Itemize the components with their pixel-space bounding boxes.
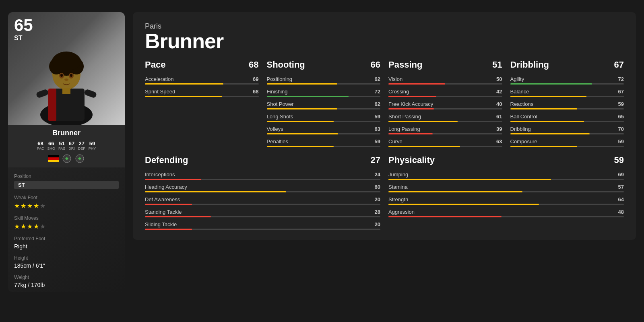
category-name-passing: Passing <box>388 60 422 70</box>
top-stats-grid: Pace68Acceleration69Sprint Speed68Shooti… <box>145 60 624 147</box>
stat-row-shooting-3: Long Shots59 <box>267 114 381 122</box>
stat-row-passing-1: Crossing42 <box>388 89 502 97</box>
category-score-defending: 27 <box>371 155 380 165</box>
stat-bar-bg-physicality-2 <box>388 204 624 205</box>
stat-value-physicality-3: 48 <box>618 209 624 215</box>
stat-value-dribbling-1: 67 <box>618 89 624 95</box>
stat-value-shooting-3: 59 <box>375 114 380 120</box>
stat-bar-bg-pace-1 <box>145 96 259 97</box>
stat-value-physicality-1: 57 <box>618 184 624 190</box>
stat-row-defending-2: Def Awareness20 <box>145 196 380 205</box>
stat-bar-bg-passing-2 <box>388 108 502 109</box>
card-position: ST <box>14 35 22 42</box>
stat-label-row-pace-0: Acceleration69 <box>145 76 259 82</box>
category-header-dribbling: Dribbling67 <box>510 60 624 70</box>
stat-label-row-passing-5: Curve63 <box>388 138 502 144</box>
stat-label-row-passing-4: Long Passing39 <box>388 126 502 132</box>
stat-row-dribbling-2: Reactions59 <box>510 101 624 109</box>
stat-row-physicality-1: Stamina57 <box>388 184 624 192</box>
stat-row-shooting-5: Penalties59 <box>267 138 381 147</box>
stat-row-dribbling-0: Agility72 <box>510 76 624 85</box>
stat-bar-bg-shooting-3 <box>267 121 381 122</box>
stat-name-passing-1: Crossing <box>388 89 409 95</box>
stat-name-dribbling-5: Composure <box>510 138 537 144</box>
position-group: Position ST <box>14 173 119 189</box>
stat-row-passing-2: Free Kick Accuracy40 <box>388 101 502 109</box>
stat-value-defending-0: 24 <box>375 171 380 178</box>
stat-label-row-physicality-1: Stamina57 <box>388 184 624 190</box>
stat-name-dribbling-2: Reactions <box>510 101 534 107</box>
stat-bar-bg-dribbling-0 <box>510 83 624 85</box>
weight-group: Weight 77kg / 170lb <box>14 275 119 288</box>
stat-label-row-physicality-0: Jumping69 <box>388 171 624 178</box>
stat-label-row-physicality-3: Aggression48 <box>388 209 624 215</box>
position-badge: ST <box>14 181 119 189</box>
stat-value-defending-3: 28 <box>375 209 380 215</box>
skill-icon-1 <box>62 154 72 163</box>
stat-row-physicality-3: Aggression48 <box>388 209 624 217</box>
category-score-passing: 51 <box>492 60 502 70</box>
stats-panel: Paris Brunner Pace68Acceleration69Sprint… <box>133 12 636 240</box>
stat-label-row-passing-2: Free Kick Accuracy40 <box>388 101 502 107</box>
stat-value-dribbling-0: 72 <box>618 76 624 82</box>
svg-rect-15 <box>84 89 97 98</box>
bottom-stats-grid: Defending27Interceptions24Heading Accura… <box>145 155 624 230</box>
stat-bar-fill-shooting-0 <box>267 83 337 85</box>
stat-bar-bg-defending-1 <box>145 191 380 192</box>
stat-row-defending-0: Interceptions24 <box>145 171 380 180</box>
category-score-physicality: 59 <box>614 155 624 165</box>
stat-bar-bg-defending-0 <box>145 179 380 180</box>
stat-value-passing-0: 50 <box>496 76 502 82</box>
category-header-pace: Pace68 <box>145 60 259 70</box>
stat-row-defending-4: Sliding Tackle20 <box>145 221 380 230</box>
category-name-shooting: Shooting <box>267 60 305 70</box>
stat-row-passing-3: Short Passing61 <box>388 114 502 122</box>
stat-bar-fill-dribbling-3 <box>510 121 584 122</box>
stat-row-physicality-0: Jumping69 <box>388 171 624 180</box>
category-physicality: Physicality59Jumping69Stamina57Strength6… <box>388 155 624 230</box>
stat-name-defending-3: Standing Tackle <box>145 209 182 215</box>
stat-label-row-passing-1: Crossing42 <box>388 89 502 95</box>
stat-bar-fill-passing-3 <box>388 121 458 122</box>
weak-foot-stars: ★ ★ ★ ★ ★ <box>14 202 119 210</box>
stat-name-shooting-4: Volleys <box>267 126 283 132</box>
stat-name-passing-4: Long Passing <box>388 126 420 132</box>
stat-row-passing-4: Long Passing39 <box>388 126 502 134</box>
stat-bar-fill-passing-1 <box>388 96 436 97</box>
category-name-dribbling: Dribbling <box>510 60 549 70</box>
height-value: 185cm / 6'1" <box>14 262 119 269</box>
card-stat-dri: 67 DRI <box>68 140 75 151</box>
stat-bar-bg-passing-0 <box>388 83 502 85</box>
stat-value-passing-1: 42 <box>496 89 502 95</box>
stat-value-passing-5: 63 <box>496 138 502 144</box>
stat-name-dribbling-4: Dribbling <box>510 126 531 132</box>
player-last-name: Brunner <box>145 31 624 52</box>
stat-value-defending-2: 20 <box>375 196 380 202</box>
stat-label-row-dribbling-4: Dribbling70 <box>510 126 624 132</box>
stat-bar-bg-passing-5 <box>388 146 502 147</box>
stat-bar-bg-defending-3 <box>145 216 380 217</box>
card-stat-pas: 51 PAS <box>58 140 65 151</box>
card-stat-def: 27 DEF <box>78 140 85 151</box>
stat-row-pace-0: Acceleration69 <box>145 76 259 85</box>
stat-label-row-shooting-1: Finishing72 <box>267 89 381 95</box>
stat-row-physicality-2: Strength64 <box>388 196 624 205</box>
stat-bar-fill-defending-3 <box>145 216 211 217</box>
stat-row-dribbling-1: Balance67 <box>510 89 624 97</box>
stat-bar-fill-defending-4 <box>145 229 192 230</box>
stat-bar-fill-passing-4 <box>388 133 433 134</box>
stat-bar-fill-physicality-3 <box>388 216 502 217</box>
category-score-pace: 68 <box>249 60 258 70</box>
stat-label-row-dribbling-0: Agility72 <box>510 76 624 82</box>
card-stat-pac: 68 PAC <box>37 140 44 151</box>
stat-name-defending-1: Heading Accuracy <box>145 184 187 190</box>
svg-point-7 <box>52 54 80 70</box>
stat-value-physicality-0: 69 <box>618 171 624 178</box>
stat-bar-bg-passing-4 <box>388 133 502 134</box>
stat-bar-bg-dribbling-2 <box>510 108 624 109</box>
stat-bar-bg-shooting-2 <box>267 108 381 109</box>
category-pace: Pace68Acceleration69Sprint Speed68 <box>145 60 259 147</box>
stat-value-shooting-0: 62 <box>375 76 380 82</box>
stat-row-dribbling-4: Dribbling70 <box>510 126 624 134</box>
stat-name-dribbling-3: Ball Control <box>510 114 537 120</box>
